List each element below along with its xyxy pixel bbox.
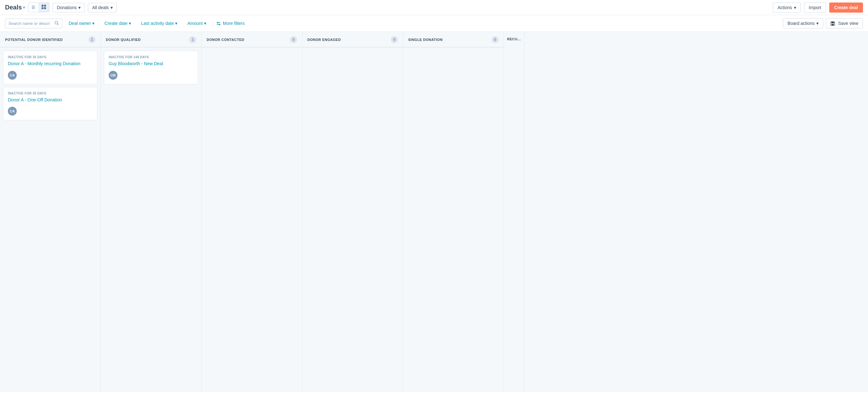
avatar-1: CA [8, 71, 17, 80]
column-header-potential-donor-identified: POTENTIAL DONOR IDENTIFIED 2 [0, 32, 100, 48]
inactive-badge-3: INACTIVE FOR 149 DAYS [108, 55, 193, 59]
actions-chevron-icon: ▾ [794, 5, 796, 10]
board-actions-button[interactable]: Board actions ▾ [783, 18, 824, 28]
column-cards-single-donation [403, 48, 504, 392]
deal-name-1[interactable]: Donor A - Monthly recurring Donation [8, 61, 93, 67]
pipeline-select[interactable]: Donations ▾ [53, 3, 85, 12]
svg-rect-11 [832, 22, 834, 23]
column-count-potential-donor-identified: 2 [89, 36, 95, 43]
column-partial-recurring: RECU... [504, 32, 524, 392]
list-view-button[interactable]: ☰ [28, 3, 38, 12]
svg-rect-12 [832, 24, 834, 25]
actions-button[interactable]: Actions ▾ [773, 2, 801, 12]
more-filters-button[interactable]: More filters [213, 19, 248, 28]
search-icon [55, 21, 59, 26]
all-deals-filter[interactable]: All deals ▾ [88, 3, 117, 12]
deal-owner-chevron-icon: ▾ [92, 21, 94, 26]
column-header-single-donation: SINGLE DONATION 0 [403, 32, 504, 48]
column-donor-qualified: DONOR QUALIFIED 1 INACTIVE FOR 149 DAYS … [101, 32, 202, 392]
all-deals-label: All deals [92, 5, 108, 10]
column-potential-donor-identified: POTENTIAL DONOR IDENTIFIED 2 INACTIVE FO… [0, 32, 101, 392]
amount-label: Amount [187, 21, 203, 26]
deal-owner-filter[interactable]: Deal owner ▾ [65, 19, 98, 28]
import-label: Import [809, 5, 822, 10]
column-cards-donor-qualified: INACTIVE FOR 149 DAYS Guy Bloodworth - N… [101, 48, 201, 392]
svg-point-8 [217, 22, 218, 23]
app-title: Deals [5, 4, 22, 11]
board-actions-label: Board actions [788, 21, 815, 26]
save-view-icon [831, 21, 836, 26]
column-cards-donor-contacted [202, 48, 302, 392]
create-date-chevron-icon: ▾ [129, 21, 131, 26]
avatar-2: CA [8, 107, 17, 116]
inactive-badge-1: INACTIVE FOR 35 DAYS [8, 55, 93, 59]
grid-view-button[interactable] [38, 3, 49, 12]
column-donor-engaged: DONOR ENGAGED 0 [302, 32, 403, 392]
column-cards-potential-donor-identified: INACTIVE FOR 35 DAYS Donor A - Monthly r… [0, 48, 100, 392]
grid-view-icon [41, 5, 46, 10]
column-donor-contacted: DONOR CONTACTED 0 [202, 32, 302, 392]
create-date-filter[interactable]: Create date ▾ [101, 19, 135, 28]
column-count-donor-engaged: 0 [391, 36, 398, 43]
create-deal-label: Create deal [834, 5, 858, 10]
svg-line-5 [58, 24, 59, 25]
column-count-donor-contacted: 0 [290, 36, 297, 43]
search-box[interactable] [5, 19, 62, 28]
last-activity-date-filter[interactable]: Last activity date ▾ [137, 19, 181, 28]
deal-card-1[interactable]: INACTIVE FOR 35 DAYS Donor A - Monthly r… [3, 51, 97, 84]
deal-name-3[interactable]: Guy Bloodworth - New Deal [108, 61, 193, 67]
create-deal-button[interactable]: Create deal [829, 2, 863, 12]
column-title-donor-qualified: DONOR QUALIFIED [106, 38, 141, 41]
amount-filter[interactable]: Amount ▾ [184, 19, 210, 28]
deal-name-2[interactable]: Donor A - One-Off Donation [8, 97, 93, 103]
column-title-donor-contacted: DONOR CONTACTED [207, 38, 244, 41]
svg-rect-1 [44, 5, 46, 7]
deals-title-chevron: ▾ [23, 5, 25, 10]
actions-label: Actions [778, 5, 792, 10]
column-header-partial: RECU... [504, 32, 524, 45]
avatar-3: GB [108, 71, 118, 80]
search-input[interactable] [8, 21, 53, 26]
top-bar-left: Deals ▾ ☰ Donations ▾ [5, 2, 117, 12]
column-single-donation: SINGLE DONATION 0 [403, 32, 504, 392]
pipeline-chevron-icon: ▾ [79, 5, 81, 10]
board-actions-chevron-icon: ▾ [816, 21, 818, 26]
svg-rect-2 [41, 7, 43, 9]
top-bar-right: Actions ▾ Import Create deal [773, 2, 863, 12]
last-activity-date-label: Last activity date [141, 21, 174, 26]
top-bar: Deals ▾ ☰ Donations ▾ [0, 0, 868, 15]
deal-card-2[interactable]: INACTIVE FOR 35 DAYS Donor A - One-Off D… [3, 87, 97, 121]
svg-rect-0 [41, 5, 43, 7]
column-title-potential-donor-identified: POTENTIAL DONOR IDENTIFIED [5, 38, 63, 41]
filter-bar: Deal owner ▾ Create date ▾ Last activity… [0, 15, 868, 32]
import-button[interactable]: Import [804, 2, 826, 12]
svg-point-9 [219, 24, 220, 25]
deals-title[interactable]: Deals ▾ [5, 4, 25, 11]
list-view-icon: ☰ [31, 5, 35, 10]
svg-rect-3 [44, 7, 46, 9]
save-view-label: Save view [838, 21, 858, 26]
column-count-single-donation: 0 [492, 36, 499, 43]
board-container: POTENTIAL DONOR IDENTIFIED 2 INACTIVE FO… [0, 32, 868, 392]
more-filters-label: More filters [223, 21, 245, 26]
column-title-donor-engaged: DONOR ENGAGED [307, 38, 341, 41]
sliders-icon [216, 21, 222, 26]
all-deals-chevron-icon: ▾ [111, 5, 113, 10]
save-view-button[interactable]: Save view [826, 18, 863, 28]
column-header-donor-qualified: DONOR QUALIFIED 1 [101, 32, 201, 48]
deal-owner-label: Deal owner [69, 21, 91, 26]
amount-chevron-icon: ▾ [204, 21, 206, 26]
column-header-donor-engaged: DONOR ENGAGED 0 [302, 32, 403, 48]
view-toggle: ☰ [28, 2, 50, 12]
inactive-badge-2: INACTIVE FOR 35 DAYS [8, 92, 93, 95]
deal-card-3[interactable]: INACTIVE FOR 149 DAYS Guy Bloodworth - N… [104, 51, 198, 84]
column-header-donor-contacted: DONOR CONTACTED 0 [202, 32, 302, 48]
pipeline-label: Donations [57, 5, 76, 10]
last-activity-date-chevron-icon: ▾ [175, 21, 177, 26]
column-title-single-donation: SINGLE DONATION [408, 38, 442, 41]
column-cards-donor-engaged [302, 48, 403, 392]
create-date-label: Create date [104, 21, 128, 26]
column-count-donor-qualified: 1 [189, 36, 196, 43]
column-title-partial: RECU... [507, 37, 521, 41]
